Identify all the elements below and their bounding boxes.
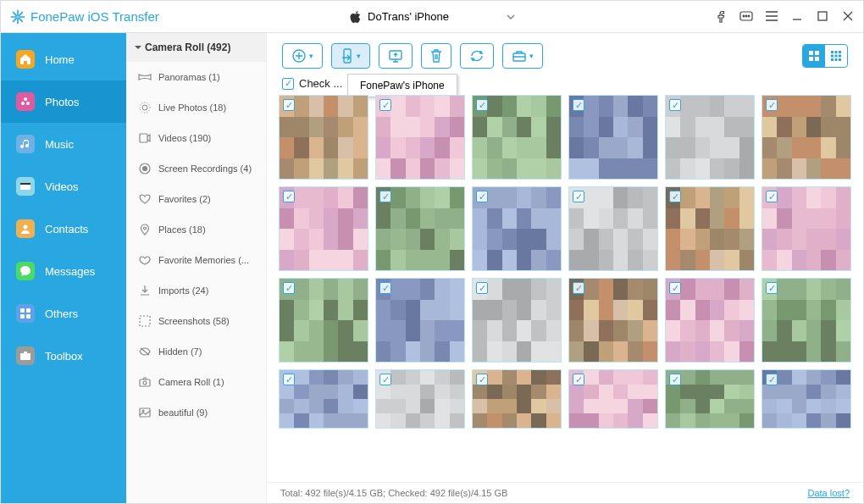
maximize-icon[interactable] xyxy=(816,11,829,23)
contacts-icon xyxy=(16,219,35,238)
delete-button[interactable] xyxy=(421,43,451,69)
photo-thumbnail[interactable]: ✓ xyxy=(665,186,755,271)
photo-checkbox[interactable]: ✓ xyxy=(573,282,584,294)
check-all-checkbox[interactable]: ✓ xyxy=(282,78,294,90)
folder-item[interactable]: Favorites (2) xyxy=(126,184,266,214)
list-view-button[interactable] xyxy=(825,45,847,67)
photo-checkbox[interactable]: ✓ xyxy=(476,191,488,202)
folder-pane: Camera Roll (492) Panoramas (1)Live Phot… xyxy=(126,33,267,503)
sidebar-item-toolbox[interactable]: Toolbox xyxy=(1,335,126,377)
folder-header[interactable]: Camera Roll (492) xyxy=(126,33,266,62)
sidebar-item-messages[interactable]: Messages xyxy=(1,250,126,292)
export-button[interactable]: ▾ xyxy=(331,43,370,69)
photo-thumbnail[interactable]: ✓ xyxy=(665,278,755,363)
svg-rect-42 xyxy=(831,58,834,61)
photo-checkbox[interactable]: ✓ xyxy=(283,374,295,385)
svg-rect-32 xyxy=(809,51,813,55)
feedback-icon[interactable] xyxy=(739,11,753,23)
photo-checkbox[interactable]: ✓ xyxy=(476,99,488,111)
sidebar-item-videos[interactable]: Videos xyxy=(1,165,126,208)
photo-checkbox[interactable]: ✓ xyxy=(573,99,584,111)
photo-checkbox[interactable]: ✓ xyxy=(766,374,778,385)
photo-checkbox[interactable]: ✓ xyxy=(669,282,681,294)
sidebar-item-photos[interactable]: Photos xyxy=(1,80,126,123)
photo-checkbox[interactable]: ✓ xyxy=(766,191,778,202)
photo-thumbnail[interactable]: ✓ xyxy=(568,278,658,363)
photo-checkbox[interactable]: ✓ xyxy=(669,374,681,385)
photo-checkbox[interactable]: ✓ xyxy=(283,191,295,202)
photo-thumbnail[interactable]: ✓ xyxy=(375,369,465,429)
photo-checkbox[interactable]: ✓ xyxy=(379,374,391,385)
photo-checkbox[interactable]: ✓ xyxy=(476,374,488,385)
device-selector[interactable]: DoTrans' iPhone xyxy=(339,7,525,27)
photo-thumbnail[interactable]: ✓ xyxy=(279,369,368,429)
photo-thumbnail[interactable]: ✓ xyxy=(375,95,465,180)
grid-view-button[interactable] xyxy=(803,45,825,67)
folder-item[interactable]: Imports (24) xyxy=(126,275,266,306)
photo-checkbox[interactable]: ✓ xyxy=(766,99,778,111)
svg-rect-12 xyxy=(20,308,25,313)
photo-thumbnail[interactable]: ✓ xyxy=(279,186,368,271)
photo-checkbox[interactable]: ✓ xyxy=(379,282,391,294)
photo-thumbnail[interactable]: ✓ xyxy=(568,369,658,429)
photo-thumbnail[interactable]: ✓ xyxy=(375,186,465,271)
add-button[interactable]: ▾ xyxy=(282,43,323,69)
photo-thumbnail[interactable]: ✓ xyxy=(279,278,368,363)
small-grid-icon xyxy=(830,50,842,62)
folder-item[interactable]: beautiful (9) xyxy=(126,397,266,428)
facebook-icon[interactable] xyxy=(714,11,728,23)
minimize-icon[interactable] xyxy=(790,11,804,23)
folder-item[interactable]: Places (18) xyxy=(126,214,266,245)
snowflake-icon xyxy=(9,8,26,25)
photos-icon xyxy=(16,92,35,111)
close-icon[interactable] xyxy=(841,11,855,23)
photo-checkbox[interactable]: ✓ xyxy=(573,191,584,202)
folder-item[interactable]: Camera Roll (1) xyxy=(126,367,266,397)
folder-item[interactable]: Favorite Memories (... xyxy=(126,245,266,275)
folder-item[interactable]: Live Photos (18) xyxy=(126,92,266,123)
folder-item[interactable]: Screen Recordings (4) xyxy=(126,153,266,184)
photo-thumbnail[interactable]: ✓ xyxy=(375,278,465,363)
sidebar-item-music[interactable]: Music xyxy=(1,123,126,165)
photo-checkbox[interactable]: ✓ xyxy=(669,191,681,202)
photo-checkbox[interactable]: ✓ xyxy=(573,374,584,385)
photo-thumbnail[interactable]: ✓ xyxy=(472,369,562,429)
photo-checkbox[interactable]: ✓ xyxy=(379,99,391,111)
to-pc-icon xyxy=(388,49,403,63)
data-lost-link[interactable]: Data lost? xyxy=(807,488,850,498)
photo-thumbnail[interactable]: ✓ xyxy=(568,95,658,180)
folder-item[interactable]: Hidden (7) xyxy=(126,336,266,367)
folder-item[interactable]: Videos (190) xyxy=(126,123,266,153)
toolbox-button[interactable]: ▾ xyxy=(502,43,543,69)
svg-rect-40 xyxy=(835,55,838,58)
svg-point-17 xyxy=(142,105,147,110)
photo-checkbox[interactable]: ✓ xyxy=(379,191,391,202)
sidebar-item-others[interactable]: Others xyxy=(1,292,126,335)
photo-thumbnail[interactable]: ✓ xyxy=(762,278,851,363)
photo-thumbnail[interactable]: ✓ xyxy=(762,369,851,429)
refresh-button[interactable] xyxy=(460,43,494,69)
photo-checkbox[interactable]: ✓ xyxy=(669,99,681,111)
svg-rect-14 xyxy=(20,314,25,318)
photo-thumbnail[interactable]: ✓ xyxy=(472,186,562,271)
photo-checkbox[interactable]: ✓ xyxy=(283,282,295,294)
svg-rect-41 xyxy=(839,55,841,58)
photo-thumbnail[interactable]: ✓ xyxy=(665,95,755,180)
photo-checkbox[interactable]: ✓ xyxy=(476,282,488,294)
folder-item[interactable]: Screenshots (58) xyxy=(126,306,266,336)
photo-thumbnail[interactable]: ✓ xyxy=(762,186,851,271)
photo-thumbnail[interactable]: ✓ xyxy=(279,95,368,180)
photo-checkbox[interactable]: ✓ xyxy=(766,282,778,294)
photo-thumbnail[interactable]: ✓ xyxy=(472,95,562,180)
camera-roll-icon xyxy=(138,375,152,389)
photo-thumbnail[interactable]: ✓ xyxy=(665,369,755,429)
photo-thumbnail[interactable]: ✓ xyxy=(568,186,658,271)
photo-checkbox[interactable]: ✓ xyxy=(283,99,295,111)
photo-thumbnail[interactable]: ✓ xyxy=(472,278,562,363)
sidebar-item-contacts[interactable]: Contacts xyxy=(1,208,126,250)
folder-item[interactable]: Panoramas (1) xyxy=(126,62,266,92)
photo-thumbnail[interactable]: ✓ xyxy=(762,95,851,180)
menu-icon[interactable] xyxy=(765,11,778,23)
sidebar-item-home[interactable]: Home xyxy=(1,38,126,80)
to-pc-button[interactable] xyxy=(379,43,413,69)
